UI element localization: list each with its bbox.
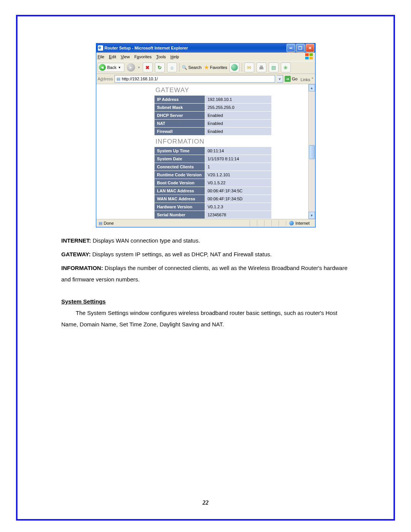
menu-help[interactable]: Help bbox=[170, 54, 179, 59]
table-row: System Up Time00:11:14 bbox=[154, 147, 271, 155]
home-button[interactable]: ⌂ bbox=[167, 62, 177, 72]
row-key: System Up Time bbox=[154, 147, 205, 155]
toolbar: ◄ Back ▼ ► ▼ ✖ ↻ ⌂ 🔍 Search ★ Favorites bbox=[96, 61, 315, 74]
row-value: 1 bbox=[205, 163, 271, 171]
table-row: LAN MAC Address00:06:4F:1F:34:5C bbox=[154, 187, 271, 195]
table-row: NATEnabled bbox=[154, 120, 271, 128]
star-icon: ★ bbox=[204, 64, 209, 71]
section-heading-system-settings: System Settings bbox=[61, 296, 350, 307]
row-value: V0.1.5.22 bbox=[205, 179, 271, 187]
table-row: Boot Code VersionV0.1.5.22 bbox=[154, 179, 271, 187]
row-key: Runtime Code Version bbox=[154, 171, 205, 179]
ie-logo-icon bbox=[98, 45, 103, 51]
page-icon: ▤ bbox=[116, 77, 120, 81]
label-information: INFORMATION: bbox=[61, 265, 103, 271]
row-value: Enabled bbox=[205, 112, 271, 120]
maximize-button[interactable]: ❐ bbox=[296, 44, 305, 52]
row-key: Subnet Mask bbox=[154, 104, 205, 112]
row-key: Boot Code Version bbox=[154, 179, 205, 187]
row-value: V20.1.2.101 bbox=[205, 171, 271, 179]
page-content: GATEWAY IP Address192.168.10.1Subnet Mas… bbox=[96, 84, 315, 219]
ie-window: Router Setup - Microsoft Internet Explor… bbox=[96, 43, 315, 227]
label-gateway: GATEWAY: bbox=[61, 251, 91, 257]
row-value: 00:06:4F:1F:34:5D bbox=[205, 195, 271, 203]
page-number: 22 bbox=[18, 499, 393, 506]
go-icon: ➔ bbox=[285, 76, 291, 82]
system-settings-paragraph: The System Settings window configures wi… bbox=[61, 307, 350, 330]
section-header-gateway: GATEWAY bbox=[154, 84, 308, 95]
search-button[interactable]: 🔍 Search bbox=[182, 65, 202, 70]
row-key: Serial Number bbox=[154, 211, 205, 219]
url-field[interactable]: ▤ http://192.168.10.1/ bbox=[115, 75, 275, 83]
table-row: Subnet Mask255.255.255.0 bbox=[154, 104, 271, 112]
table-row: Runtime Code VersionV20.1.2.101 bbox=[154, 171, 271, 179]
row-key: Connected Clients bbox=[154, 163, 205, 171]
row-key: LAN MAC Address bbox=[154, 187, 205, 195]
row-value: 00:11:14 bbox=[205, 147, 271, 155]
menu-tools[interactable]: Tools bbox=[156, 54, 166, 59]
scroll-down-icon[interactable]: ▼ bbox=[309, 212, 315, 219]
address-label: Address bbox=[98, 77, 113, 81]
stop-button[interactable]: ✖ bbox=[143, 62, 153, 72]
chevron-down-icon: ▼ bbox=[118, 66, 121, 69]
go-button[interactable]: ➔ Go bbox=[285, 76, 298, 82]
label-internet: INTERNET: bbox=[61, 237, 91, 244]
internet-zone-icon bbox=[289, 221, 294, 225]
document-body-text: INTERNET: Displays WAN connection type a… bbox=[61, 235, 350, 330]
gateway-table: IP Address192.168.10.1Subnet Mask255.255… bbox=[154, 95, 272, 136]
close-button[interactable]: ✕ bbox=[306, 44, 314, 52]
minimize-button[interactable]: ━ bbox=[287, 44, 295, 52]
url-text: http://192.168.10.1/ bbox=[122, 77, 158, 81]
back-button[interactable]: ◄ Back ▼ bbox=[98, 63, 124, 72]
row-key: IP Address bbox=[154, 96, 205, 104]
refresh-button[interactable]: ↻ bbox=[155, 62, 165, 72]
row-key: DHCP Server bbox=[154, 112, 205, 120]
security-zone: Internet bbox=[286, 221, 312, 225]
messenger-button[interactable]: ❀ bbox=[281, 62, 291, 72]
links-label[interactable]: Links » bbox=[301, 76, 314, 82]
menu-file[interactable]: File bbox=[98, 54, 105, 59]
edit-button[interactable]: ▧ bbox=[269, 62, 279, 72]
menu-view[interactable]: View bbox=[121, 54, 130, 59]
favorites-button[interactable]: ★ Favorites bbox=[204, 64, 227, 71]
menu-favorites[interactable]: Favorites bbox=[134, 54, 151, 59]
scroll-thumb[interactable] bbox=[309, 145, 315, 159]
row-key: Hardware Version bbox=[154, 203, 205, 211]
row-value: 1/1/1970 8:11:14 bbox=[205, 155, 271, 163]
table-row: Serial Number12345678 bbox=[154, 211, 271, 219]
chevron-down-icon: ▼ bbox=[137, 66, 140, 69]
row-key: NAT bbox=[154, 120, 205, 128]
forward-button[interactable]: ► bbox=[127, 63, 135, 72]
vertical-scrollbar[interactable]: ▲ ▼ bbox=[308, 84, 315, 219]
scroll-up-icon[interactable]: ▲ bbox=[309, 84, 315, 91]
status-text: Done bbox=[104, 221, 114, 225]
history-icon bbox=[231, 64, 238, 71]
window-title: Router Setup - Microsoft Internet Explor… bbox=[105, 46, 188, 50]
back-label: Back bbox=[107, 65, 116, 70]
row-key: System Date bbox=[154, 155, 205, 163]
table-row: Hardware VersionV0.1.2.3 bbox=[154, 203, 271, 211]
table-row: DHCP ServerEnabled bbox=[154, 112, 271, 120]
mail-button[interactable]: ✉ bbox=[244, 62, 254, 72]
row-value: 255.255.255.0 bbox=[205, 104, 271, 112]
print-button[interactable]: 🖶 bbox=[256, 62, 266, 72]
table-row: System Date1/1/1970 8:11:14 bbox=[154, 155, 271, 163]
row-key: WAN MAC Address bbox=[154, 195, 205, 203]
status-bar: ▤ Done Internet bbox=[96, 219, 315, 227]
address-bar: Address ▤ http://192.168.10.1/ v ➔ Go Li… bbox=[96, 74, 315, 84]
search-icon: 🔍 bbox=[182, 65, 187, 70]
information-table: System Up Time00:11:14System Date1/1/197… bbox=[154, 147, 272, 219]
history-button[interactable] bbox=[229, 62, 239, 72]
url-dropdown[interactable]: v bbox=[277, 75, 283, 83]
page-icon: ▤ bbox=[99, 221, 102, 226]
row-key: Firewall bbox=[154, 128, 205, 136]
row-value: Enabled bbox=[205, 128, 271, 136]
back-arrow-icon: ◄ bbox=[99, 64, 106, 71]
menu-bar: File Edit View Favorites Tools Help bbox=[96, 53, 315, 61]
row-value: Enabled bbox=[205, 120, 271, 128]
window-titlebar[interactable]: Router Setup - Microsoft Internet Explor… bbox=[96, 43, 315, 53]
windows-flag-icon bbox=[305, 53, 314, 60]
table-row: IP Address192.168.10.1 bbox=[154, 96, 271, 104]
menu-edit[interactable]: Edit bbox=[109, 54, 116, 59]
row-value: V0.1.2.3 bbox=[205, 203, 271, 211]
